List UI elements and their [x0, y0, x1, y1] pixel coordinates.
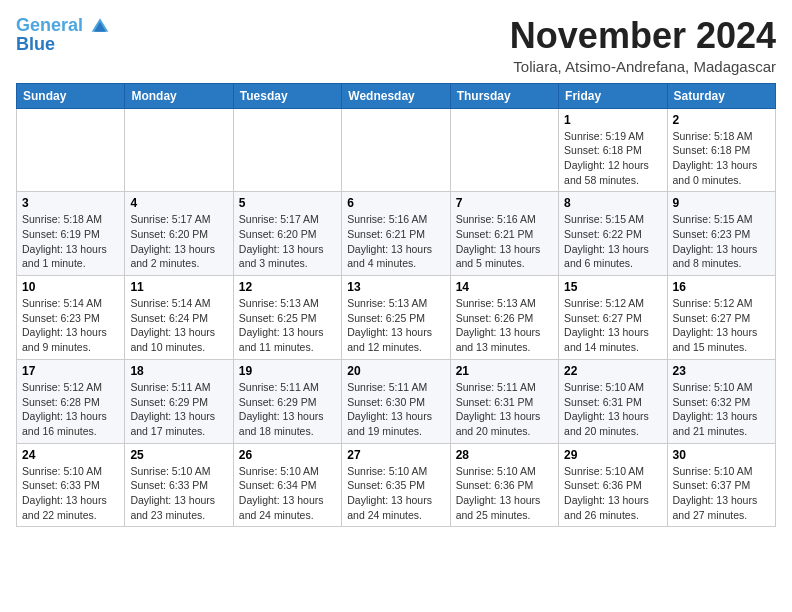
day-info: Sunrise: 5:11 AMSunset: 6:30 PMDaylight:… — [347, 380, 444, 439]
weekday-header-monday: Monday — [125, 83, 233, 108]
day-number: 17 — [22, 364, 119, 378]
day-info: Sunrise: 5:17 AMSunset: 6:20 PMDaylight:… — [130, 212, 227, 271]
day-info: Sunrise: 5:11 AMSunset: 6:29 PMDaylight:… — [130, 380, 227, 439]
day-number: 11 — [130, 280, 227, 294]
day-number: 23 — [673, 364, 770, 378]
day-number: 5 — [239, 196, 336, 210]
weekday-header-friday: Friday — [559, 83, 667, 108]
day-info: Sunrise: 5:11 AMSunset: 6:29 PMDaylight:… — [239, 380, 336, 439]
day-info: Sunrise: 5:16 AMSunset: 6:21 PMDaylight:… — [347, 212, 444, 271]
day-info: Sunrise: 5:12 AMSunset: 6:27 PMDaylight:… — [673, 296, 770, 355]
logo: General Blue — [16, 16, 110, 55]
day-info: Sunrise: 5:18 AMSunset: 6:19 PMDaylight:… — [22, 212, 119, 271]
calendar-cell: 26Sunrise: 5:10 AMSunset: 6:34 PMDayligh… — [233, 443, 341, 527]
calendar-cell: 9Sunrise: 5:15 AMSunset: 6:23 PMDaylight… — [667, 192, 775, 276]
weekday-header-sunday: Sunday — [17, 83, 125, 108]
calendar-cell: 16Sunrise: 5:12 AMSunset: 6:27 PMDayligh… — [667, 276, 775, 360]
day-info: Sunrise: 5:13 AMSunset: 6:26 PMDaylight:… — [456, 296, 553, 355]
logo-text: General — [16, 16, 110, 36]
day-info: Sunrise: 5:10 AMSunset: 6:36 PMDaylight:… — [564, 464, 661, 523]
day-info: Sunrise: 5:13 AMSunset: 6:25 PMDaylight:… — [347, 296, 444, 355]
day-number: 12 — [239, 280, 336, 294]
day-info: Sunrise: 5:17 AMSunset: 6:20 PMDaylight:… — [239, 212, 336, 271]
calendar-cell: 21Sunrise: 5:11 AMSunset: 6:31 PMDayligh… — [450, 359, 558, 443]
day-info: Sunrise: 5:19 AMSunset: 6:18 PMDaylight:… — [564, 129, 661, 188]
day-info: Sunrise: 5:10 AMSunset: 6:31 PMDaylight:… — [564, 380, 661, 439]
calendar-cell: 23Sunrise: 5:10 AMSunset: 6:32 PMDayligh… — [667, 359, 775, 443]
calendar-cell: 12Sunrise: 5:13 AMSunset: 6:25 PMDayligh… — [233, 276, 341, 360]
calendar-cell: 6Sunrise: 5:16 AMSunset: 6:21 PMDaylight… — [342, 192, 450, 276]
day-info: Sunrise: 5:10 AMSunset: 6:33 PMDaylight:… — [130, 464, 227, 523]
day-info: Sunrise: 5:15 AMSunset: 6:22 PMDaylight:… — [564, 212, 661, 271]
day-number: 14 — [456, 280, 553, 294]
day-number: 27 — [347, 448, 444, 462]
calendar-cell: 8Sunrise: 5:15 AMSunset: 6:22 PMDaylight… — [559, 192, 667, 276]
calendar-cell: 29Sunrise: 5:10 AMSunset: 6:36 PMDayligh… — [559, 443, 667, 527]
day-number: 18 — [130, 364, 227, 378]
calendar-cell: 27Sunrise: 5:10 AMSunset: 6:35 PMDayligh… — [342, 443, 450, 527]
day-number: 2 — [673, 113, 770, 127]
day-info: Sunrise: 5:16 AMSunset: 6:21 PMDaylight:… — [456, 212, 553, 271]
calendar-cell: 7Sunrise: 5:16 AMSunset: 6:21 PMDaylight… — [450, 192, 558, 276]
day-number: 28 — [456, 448, 553, 462]
calendar-cell: 24Sunrise: 5:10 AMSunset: 6:33 PMDayligh… — [17, 443, 125, 527]
calendar-cell: 14Sunrise: 5:13 AMSunset: 6:26 PMDayligh… — [450, 276, 558, 360]
calendar-cell: 10Sunrise: 5:14 AMSunset: 6:23 PMDayligh… — [17, 276, 125, 360]
calendar-cell — [17, 108, 125, 192]
day-info: Sunrise: 5:14 AMSunset: 6:23 PMDaylight:… — [22, 296, 119, 355]
title-block: November 2024 Toliara, Atsimo-Andrefana,… — [510, 16, 776, 75]
day-number: 9 — [673, 196, 770, 210]
calendar-cell: 4Sunrise: 5:17 AMSunset: 6:20 PMDaylight… — [125, 192, 233, 276]
calendar-table: SundayMondayTuesdayWednesdayThursdayFrid… — [16, 83, 776, 528]
calendar-cell: 19Sunrise: 5:11 AMSunset: 6:29 PMDayligh… — [233, 359, 341, 443]
calendar-cell: 13Sunrise: 5:13 AMSunset: 6:25 PMDayligh… — [342, 276, 450, 360]
calendar-cell: 5Sunrise: 5:17 AMSunset: 6:20 PMDaylight… — [233, 192, 341, 276]
day-number: 10 — [22, 280, 119, 294]
month-title: November 2024 — [510, 16, 776, 56]
day-number: 3 — [22, 196, 119, 210]
calendar-cell: 2Sunrise: 5:18 AMSunset: 6:18 PMDaylight… — [667, 108, 775, 192]
calendar-cell: 1Sunrise: 5:19 AMSunset: 6:18 PMDaylight… — [559, 108, 667, 192]
calendar-cell: 18Sunrise: 5:11 AMSunset: 6:29 PMDayligh… — [125, 359, 233, 443]
weekday-header-wednesday: Wednesday — [342, 83, 450, 108]
day-number: 7 — [456, 196, 553, 210]
calendar-cell: 20Sunrise: 5:11 AMSunset: 6:30 PMDayligh… — [342, 359, 450, 443]
day-number: 24 — [22, 448, 119, 462]
day-number: 21 — [456, 364, 553, 378]
day-info: Sunrise: 5:11 AMSunset: 6:31 PMDaylight:… — [456, 380, 553, 439]
calendar-cell: 25Sunrise: 5:10 AMSunset: 6:33 PMDayligh… — [125, 443, 233, 527]
day-info: Sunrise: 5:10 AMSunset: 6:35 PMDaylight:… — [347, 464, 444, 523]
day-number: 1 — [564, 113, 661, 127]
day-number: 19 — [239, 364, 336, 378]
day-info: Sunrise: 5:18 AMSunset: 6:18 PMDaylight:… — [673, 129, 770, 188]
day-info: Sunrise: 5:13 AMSunset: 6:25 PMDaylight:… — [239, 296, 336, 355]
calendar-cell — [450, 108, 558, 192]
day-number: 20 — [347, 364, 444, 378]
logo-line2: Blue — [16, 34, 110, 55]
calendar-cell: 3Sunrise: 5:18 AMSunset: 6:19 PMDaylight… — [17, 192, 125, 276]
day-info: Sunrise: 5:10 AMSunset: 6:36 PMDaylight:… — [456, 464, 553, 523]
weekday-header-saturday: Saturday — [667, 83, 775, 108]
calendar-cell: 30Sunrise: 5:10 AMSunset: 6:37 PMDayligh… — [667, 443, 775, 527]
calendar-cell — [125, 108, 233, 192]
day-info: Sunrise: 5:12 AMSunset: 6:28 PMDaylight:… — [22, 380, 119, 439]
day-info: Sunrise: 5:10 AMSunset: 6:32 PMDaylight:… — [673, 380, 770, 439]
day-number: 30 — [673, 448, 770, 462]
calendar-cell: 28Sunrise: 5:10 AMSunset: 6:36 PMDayligh… — [450, 443, 558, 527]
day-number: 29 — [564, 448, 661, 462]
day-number: 4 — [130, 196, 227, 210]
day-number: 16 — [673, 280, 770, 294]
day-number: 26 — [239, 448, 336, 462]
day-number: 22 — [564, 364, 661, 378]
day-info: Sunrise: 5:12 AMSunset: 6:27 PMDaylight:… — [564, 296, 661, 355]
day-number: 25 — [130, 448, 227, 462]
calendar-cell: 17Sunrise: 5:12 AMSunset: 6:28 PMDayligh… — [17, 359, 125, 443]
calendar-cell: 11Sunrise: 5:14 AMSunset: 6:24 PMDayligh… — [125, 276, 233, 360]
calendar-cell — [342, 108, 450, 192]
calendar-cell: 15Sunrise: 5:12 AMSunset: 6:27 PMDayligh… — [559, 276, 667, 360]
day-number: 6 — [347, 196, 444, 210]
weekday-header-tuesday: Tuesday — [233, 83, 341, 108]
day-info: Sunrise: 5:15 AMSunset: 6:23 PMDaylight:… — [673, 212, 770, 271]
location-subtitle: Toliara, Atsimo-Andrefana, Madagascar — [510, 58, 776, 75]
calendar-cell — [233, 108, 341, 192]
